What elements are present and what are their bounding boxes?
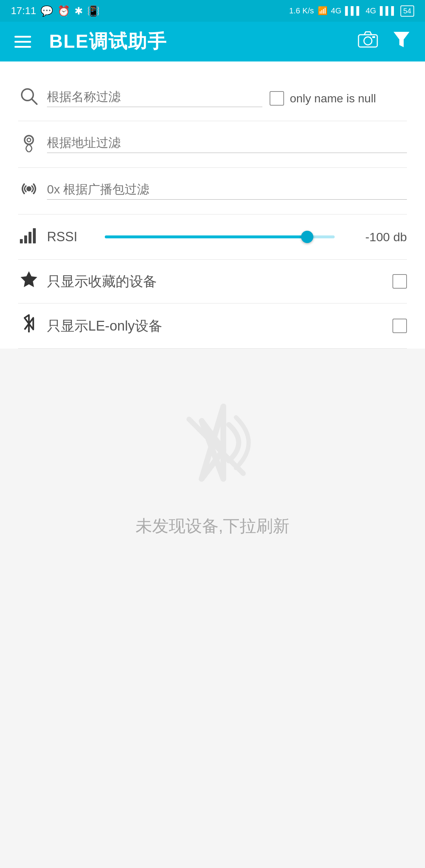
main-content: only name is null	[0, 61, 425, 349]
bluetooth-status-icon: ✱	[74, 5, 83, 17]
signal-bars-icon: ▌▌▌	[345, 6, 362, 16]
le-only-checkbox[interactable]	[392, 319, 407, 333]
address-filter-row	[18, 121, 407, 168]
bluetooth-icon	[18, 314, 40, 338]
empty-state-icon	[162, 392, 263, 493]
network-speed: 1.6 K/s	[289, 6, 314, 16]
le-only-row: 只显示LE-only设备	[18, 303, 407, 349]
svg-rect-2	[372, 36, 375, 38]
rssi-label: RSSI	[47, 229, 90, 244]
address-filter-input[interactable]	[47, 136, 407, 153]
svg-point-6	[25, 136, 33, 144]
svg-point-8	[26, 186, 31, 191]
broadcast-filter-input[interactable]	[47, 182, 407, 200]
message-icon: 💬	[40, 5, 53, 17]
only-name-null-label: only name is null	[290, 92, 376, 105]
alarm-icon: ⏰	[57, 5, 70, 17]
toolbar-actions	[358, 30, 411, 53]
battery-level: 54	[403, 7, 411, 15]
signal-bars-2-icon: ▌▌▌	[380, 6, 397, 16]
name-filter-input[interactable]	[47, 90, 262, 107]
svg-point-7	[27, 138, 31, 142]
empty-state: 未发现设备,下拉刷新	[0, 349, 425, 868]
favorites-only-label: 只显示收藏的设备	[47, 272, 385, 291]
toolbar: BLE调试助手	[0, 22, 425, 61]
location-icon	[18, 132, 40, 157]
broadcast-icon	[18, 179, 40, 203]
svg-marker-3	[394, 32, 409, 47]
status-bar: 17:11 💬 ⏰ ✱ 📳 1.6 K/s 📶 4G ▌▌▌ 4G ▌▌▌ 54	[0, 0, 425, 22]
camera-button[interactable]	[358, 30, 378, 53]
signal-4g-2-icon: 4G	[366, 6, 376, 16]
svg-rect-11	[29, 232, 31, 243]
svg-line-5	[32, 99, 37, 104]
menu-line-3	[14, 46, 31, 48]
broadcast-filter-row	[18, 168, 407, 214]
empty-state-message: 未发现设备,下拉刷新	[136, 515, 290, 537]
favorites-only-checkbox[interactable]	[392, 274, 407, 289]
signal-4g-icon: 4G	[331, 6, 342, 16]
app-title: BLE调试助手	[49, 29, 358, 54]
rssi-row: RSSI -100 db	[18, 214, 407, 260]
favorites-only-row: 只显示收藏的设备	[18, 260, 407, 303]
name-filter-row: only name is null	[18, 76, 407, 121]
svg-marker-13	[21, 271, 37, 287]
battery-indicator: 54	[400, 5, 414, 17]
menu-line-1	[14, 36, 31, 38]
svg-rect-10	[24, 235, 27, 243]
status-left: 17:11 💬 ⏰ ✱ 📳	[11, 5, 100, 17]
le-only-label: 只显示LE-only设备	[47, 317, 385, 335]
only-name-null-group: only name is null	[270, 91, 407, 106]
star-icon	[18, 270, 40, 293]
wifi-icon: 📶	[318, 6, 327, 16]
status-right: 1.6 K/s 📶 4G ▌▌▌ 4G ▌▌▌ 54	[289, 5, 414, 17]
vibrate-icon: 📳	[87, 5, 100, 17]
rssi-slider-track	[105, 235, 335, 238]
svg-point-1	[364, 37, 372, 45]
rssi-value: -100 db	[349, 230, 407, 244]
menu-button[interactable]	[14, 36, 31, 48]
filter-button[interactable]	[392, 30, 411, 53]
svg-rect-12	[33, 228, 36, 243]
search-icon	[18, 87, 40, 110]
signal-strength-icon	[18, 225, 40, 248]
menu-line-2	[14, 41, 31, 43]
status-time: 17:11	[11, 5, 36, 17]
only-name-null-checkbox[interactable]	[270, 91, 284, 106]
svg-rect-9	[20, 239, 23, 243]
